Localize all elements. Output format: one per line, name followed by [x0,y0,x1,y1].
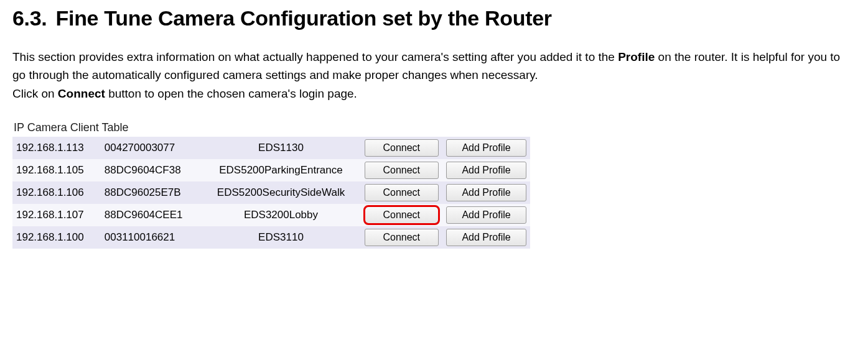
cell-connect: Connect [361,226,443,249]
connect-button[interactable]: Connect [365,184,439,201]
paragraph-2: Click on Connect button to open the chos… [12,85,856,103]
add-profile-button[interactable]: Add Profile [446,184,526,201]
cell-add-profile: Add Profile [442,159,530,182]
section-number: 6.3. [12,6,47,30]
cell-camera-name: EDS1130 [201,137,360,159]
add-profile-button[interactable]: Add Profile [446,206,526,224]
add-profile-button[interactable]: Add Profile [446,162,526,179]
table-row: 192.168.1.100003110016621EDS3110ConnectA… [12,226,530,249]
cell-add-profile: Add Profile [442,182,530,204]
add-profile-button[interactable]: Add Profile [446,139,526,157]
table-row: 192.168.1.10688DC96025E7BEDS5200Security… [12,182,530,204]
paragraph-1-bold: Profile [618,50,655,63]
paragraph-2-post: button to open the chosen camera's login… [105,87,357,100]
cell-mac: 88DC9604CF38 [101,159,202,182]
cell-ip: 192.168.1.106 [12,182,101,204]
paragraph-1-pre: This section provides extra information … [12,50,618,63]
paragraph-2-pre: Click on [12,87,58,100]
cell-ip: 192.168.1.113 [12,137,101,159]
cell-ip: 192.168.1.107 [12,204,101,226]
cell-add-profile: Add Profile [442,226,530,249]
cell-mac: 003110016621 [101,226,202,249]
connect-button[interactable]: Connect [365,139,439,157]
cell-camera-name: EDS5200ParkingEntrance [201,159,360,182]
cell-add-profile: Add Profile [442,137,530,159]
section-title: Fine Tune Camera Configuration set by th… [56,6,552,30]
cell-mac: 004270003077 [101,137,202,159]
cell-ip: 192.168.1.100 [12,226,101,249]
connect-button[interactable]: Connect [365,206,439,224]
cell-mac: 88DC96025E7B [101,182,202,204]
cell-camera-name: EDS3110 [201,226,360,249]
cell-camera-name: EDS3200Lobby [201,204,360,226]
table-title: IP Camera Client Table [12,121,530,134]
cell-connect: Connect [361,159,443,182]
section-heading: 6.3.Fine Tune Camera Configuration set b… [12,6,856,30]
cell-mac: 88DC9604CEE1 [101,204,202,226]
cell-connect: Connect [361,137,443,159]
ip-camera-client-table-container: IP Camera Client Table 192.168.1.1130042… [12,121,530,249]
paragraph-2-bold: Connect [58,87,105,100]
connect-button[interactable]: Connect [365,229,439,246]
table-row: 192.168.1.10588DC9604CF38EDS5200ParkingE… [12,159,530,182]
cell-connect: Connect [361,182,443,204]
connect-button[interactable]: Connect [365,162,439,179]
paragraph-1: This section provides extra information … [12,48,856,85]
table-row: 192.168.1.113004270003077EDS1130ConnectA… [12,137,530,159]
cell-camera-name: EDS5200SecuritySideWalk [201,182,360,204]
cell-connect: Connect [361,204,443,226]
ip-camera-client-table: 192.168.1.113004270003077EDS1130ConnectA… [12,137,530,249]
cell-add-profile: Add Profile [442,204,530,226]
cell-ip: 192.168.1.105 [12,159,101,182]
add-profile-button[interactable]: Add Profile [446,229,526,246]
table-row: 192.168.1.10788DC9604CEE1EDS3200LobbyCon… [12,204,530,226]
